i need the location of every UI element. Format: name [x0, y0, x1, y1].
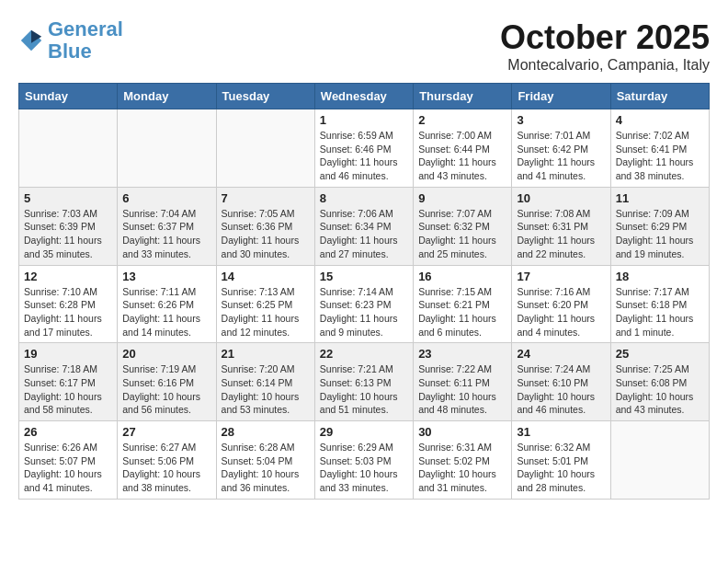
day-number: 21 [222, 347, 310, 361]
title-section: October 2025 Montecalvario, Campania, It… [500, 18, 710, 74]
calendar-cell: 12Sunrise: 7:10 AM Sunset: 6:28 PM Dayli… [19, 265, 118, 343]
day-info: Sunrise: 7:05 AM Sunset: 6:36 PM Dayligh… [222, 207, 310, 261]
day-info: Sunrise: 7:19 AM Sunset: 6:16 PM Dayligh… [122, 362, 210, 417]
logo: General Blue [18, 18, 123, 63]
calendar-cell: 4Sunrise: 7:02 AM Sunset: 6:41 PM Daylig… [610, 109, 709, 188]
calendar-cell: 15Sunrise: 7:14 AM Sunset: 6:23 PM Dayli… [314, 265, 413, 343]
week-row-4: 26Sunrise: 6:26 AM Sunset: 5:07 PM Dayli… [19, 421, 710, 500]
day-number: 14 [222, 270, 310, 283]
day-info: Sunrise: 7:01 AM Sunset: 6:42 PM Dayligh… [517, 129, 605, 183]
day-info: Sunrise: 7:24 AM Sunset: 6:10 PM Dayligh… [517, 362, 605, 417]
week-row-2: 12Sunrise: 7:10 AM Sunset: 6:28 PM Dayli… [19, 265, 710, 343]
day-number: 10 [517, 191, 605, 205]
calendar-cell [216, 109, 314, 188]
calendar-cell: 20Sunrise: 7:19 AM Sunset: 6:16 PM Dayli… [118, 343, 216, 421]
day-info: Sunrise: 7:20 AM Sunset: 6:14 PM Dayligh… [222, 362, 310, 417]
calendar-cell: 26Sunrise: 6:26 AM Sunset: 5:07 PM Dayli… [19, 421, 118, 500]
day-info: Sunrise: 7:18 AM Sunset: 6:17 PM Dayligh… [24, 362, 112, 417]
calendar-cell: 5Sunrise: 7:03 AM Sunset: 6:39 PM Daylig… [19, 187, 118, 265]
day-number: 29 [320, 425, 408, 439]
day-number: 30 [418, 425, 506, 439]
calendar-cell: 11Sunrise: 7:09 AM Sunset: 6:29 PM Dayli… [610, 187, 709, 265]
calendar-cell: 27Sunrise: 6:27 AM Sunset: 5:06 PM Dayli… [118, 421, 216, 500]
weekday-header-sunday: Sunday [19, 84, 118, 109]
week-row-1: 5Sunrise: 7:03 AM Sunset: 6:39 PM Daylig… [19, 187, 710, 265]
day-number: 13 [122, 270, 210, 283]
logo-text: General Blue [48, 18, 123, 63]
day-number: 20 [122, 347, 210, 361]
calendar-cell: 31Sunrise: 6:32 AM Sunset: 5:01 PM Dayli… [512, 421, 610, 500]
calendar-cell: 29Sunrise: 6:29 AM Sunset: 5:03 PM Dayli… [314, 421, 413, 500]
day-number: 31 [517, 425, 605, 439]
weekday-header-row: SundayMondayTuesdayWednesdayThursdayFrid… [19, 84, 710, 109]
day-info: Sunrise: 7:06 AM Sunset: 6:34 PM Dayligh… [320, 207, 408, 261]
day-info: Sunrise: 7:08 AM Sunset: 6:31 PM Dayligh… [517, 207, 605, 261]
month-title: October 2025 [500, 18, 710, 57]
day-number: 18 [616, 270, 704, 283]
week-row-0: 1Sunrise: 6:59 AM Sunset: 6:46 PM Daylig… [19, 109, 710, 188]
day-info: Sunrise: 7:02 AM Sunset: 6:41 PM Dayligh… [616, 129, 704, 183]
day-info: Sunrise: 7:22 AM Sunset: 6:11 PM Dayligh… [418, 362, 506, 417]
day-number: 27 [122, 425, 210, 439]
day-number: 1 [320, 113, 408, 127]
day-number: 24 [517, 347, 605, 361]
calendar-cell: 9Sunrise: 7:07 AM Sunset: 6:32 PM Daylig… [414, 187, 512, 265]
calendar-cell [118, 109, 216, 188]
day-info: Sunrise: 7:11 AM Sunset: 6:26 PM Dayligh… [122, 285, 210, 339]
day-info: Sunrise: 7:07 AM Sunset: 6:32 PM Dayligh… [418, 207, 506, 261]
calendar-cell: 28Sunrise: 6:28 AM Sunset: 5:04 PM Dayli… [216, 421, 314, 500]
day-info: Sunrise: 7:15 AM Sunset: 6:21 PM Dayligh… [418, 285, 506, 339]
day-number: 28 [222, 425, 310, 439]
calendar-cell [19, 109, 118, 188]
day-number: 3 [517, 113, 605, 127]
calendar-cell: 25Sunrise: 7:25 AM Sunset: 6:08 PM Dayli… [610, 343, 709, 421]
day-info: Sunrise: 6:27 AM Sunset: 5:06 PM Dayligh… [122, 441, 210, 495]
day-info: Sunrise: 7:00 AM Sunset: 6:44 PM Dayligh… [418, 129, 506, 183]
location: Montecalvario, Campania, Italy [500, 57, 710, 74]
day-info: Sunrise: 7:10 AM Sunset: 6:28 PM Dayligh… [24, 285, 112, 339]
week-row-3: 19Sunrise: 7:18 AM Sunset: 6:17 PM Dayli… [19, 343, 710, 421]
day-number: 12 [24, 270, 112, 283]
day-info: Sunrise: 7:13 AM Sunset: 6:25 PM Dayligh… [222, 285, 310, 339]
weekday-header-tuesday: Tuesday [216, 84, 314, 109]
calendar-cell: 19Sunrise: 7:18 AM Sunset: 6:17 PM Dayli… [19, 343, 118, 421]
weekday-header-saturday: Saturday [610, 84, 709, 109]
calendar-cell: 10Sunrise: 7:08 AM Sunset: 6:31 PM Dayli… [512, 187, 610, 265]
day-info: Sunrise: 7:17 AM Sunset: 6:18 PM Dayligh… [616, 285, 704, 339]
calendar-cell: 6Sunrise: 7:04 AM Sunset: 6:37 PM Daylig… [118, 187, 216, 265]
day-number: 22 [320, 347, 408, 361]
day-info: Sunrise: 6:32 AM Sunset: 5:01 PM Dayligh… [517, 441, 605, 495]
day-number: 15 [320, 270, 408, 283]
calendar-cell: 14Sunrise: 7:13 AM Sunset: 6:25 PM Dayli… [216, 265, 314, 343]
calendar-cell [610, 421, 709, 500]
calendar-cell: 30Sunrise: 6:31 AM Sunset: 5:02 PM Dayli… [414, 421, 512, 500]
day-info: Sunrise: 7:03 AM Sunset: 6:39 PM Dayligh… [24, 207, 112, 261]
calendar-cell: 24Sunrise: 7:24 AM Sunset: 6:10 PM Dayli… [512, 343, 610, 421]
day-info: Sunrise: 7:04 AM Sunset: 6:37 PM Dayligh… [122, 207, 210, 261]
weekday-header-thursday: Thursday [414, 84, 512, 109]
logo-icon [18, 28, 44, 53]
day-info: Sunrise: 7:09 AM Sunset: 6:29 PM Dayligh… [616, 207, 704, 261]
calendar-cell: 1Sunrise: 6:59 AM Sunset: 6:46 PM Daylig… [314, 109, 413, 188]
day-info: Sunrise: 7:14 AM Sunset: 6:23 PM Dayligh… [320, 285, 408, 339]
weekday-header-friday: Friday [512, 84, 610, 109]
day-info: Sunrise: 6:28 AM Sunset: 5:04 PM Dayligh… [222, 441, 310, 495]
day-number: 17 [517, 270, 605, 283]
calendar-cell: 2Sunrise: 7:00 AM Sunset: 6:44 PM Daylig… [414, 109, 512, 188]
day-info: Sunrise: 6:26 AM Sunset: 5:07 PM Dayligh… [24, 441, 112, 495]
day-number: 8 [320, 191, 408, 205]
calendar-cell: 13Sunrise: 7:11 AM Sunset: 6:26 PM Dayli… [118, 265, 216, 343]
day-number: 7 [222, 191, 310, 205]
day-number: 11 [616, 191, 704, 205]
calendar-cell: 18Sunrise: 7:17 AM Sunset: 6:18 PM Dayli… [610, 265, 709, 343]
day-number: 2 [418, 113, 506, 127]
calendar-cell: 16Sunrise: 7:15 AM Sunset: 6:21 PM Dayli… [414, 265, 512, 343]
calendar-cell: 8Sunrise: 7:06 AM Sunset: 6:34 PM Daylig… [314, 187, 413, 265]
calendar-cell: 3Sunrise: 7:01 AM Sunset: 6:42 PM Daylig… [512, 109, 610, 188]
day-info: Sunrise: 6:31 AM Sunset: 5:02 PM Dayligh… [418, 441, 506, 495]
day-number: 16 [418, 270, 506, 283]
day-number: 4 [616, 113, 704, 127]
day-number: 6 [122, 191, 210, 205]
day-info: Sunrise: 7:16 AM Sunset: 6:20 PM Dayligh… [517, 285, 605, 339]
day-info: Sunrise: 6:59 AM Sunset: 6:46 PM Dayligh… [320, 129, 408, 183]
